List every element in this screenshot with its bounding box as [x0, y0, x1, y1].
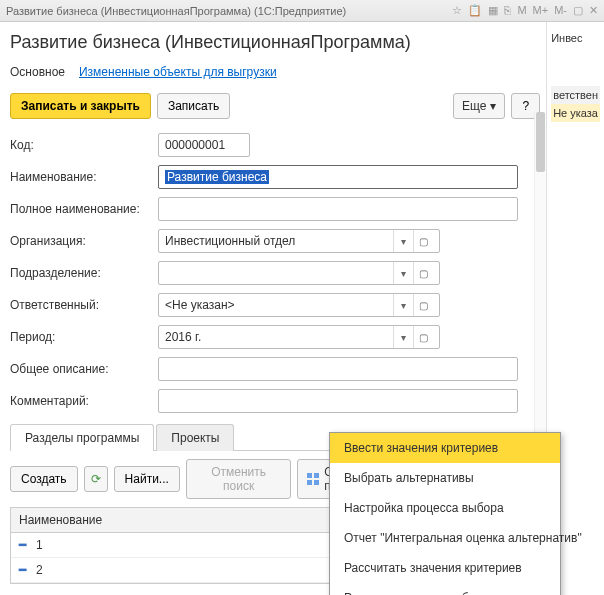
- more-button[interactable]: Еще▾: [453, 93, 505, 119]
- nav-changed[interactable]: Измененные объекты для выгрузки: [79, 65, 277, 79]
- code-label: Код:: [10, 138, 158, 152]
- resp-label: Ответственный:: [10, 298, 158, 312]
- popup-item-select-alt[interactable]: Выбрать альтернативы: [330, 463, 560, 493]
- star-icon[interactable]: ☆: [452, 4, 462, 17]
- grid-icon[interactable]: ▦: [488, 4, 498, 17]
- page-title: Развитие бизнеса (ИнвестиционнаяПрограмм…: [10, 32, 540, 53]
- fullname-input[interactable]: [158, 197, 518, 221]
- desc-input[interactable]: [158, 357, 518, 381]
- save-button[interactable]: Записать: [157, 93, 230, 119]
- comment-input[interactable]: [158, 389, 518, 413]
- create-button[interactable]: Создать: [10, 466, 78, 492]
- row-marker-icon: ━: [19, 563, 26, 577]
- save-and-close-button[interactable]: Записать и закрыть: [10, 93, 151, 119]
- comment-label: Комментарий:: [10, 394, 158, 408]
- dept-select[interactable]: ▾▢: [158, 261, 440, 285]
- period-label: Период:: [10, 330, 158, 344]
- name-label: Наименование:: [10, 170, 158, 184]
- name-input[interactable]: Развитие бизнеса: [158, 165, 518, 189]
- resp-select[interactable]: <Не указан> ▾▢: [158, 293, 440, 317]
- close-icon[interactable]: ✕: [589, 4, 598, 17]
- row-marker-icon: ━: [19, 538, 26, 552]
- popup-item-calc[interactable]: Рассчитать значения критериев: [330, 553, 560, 583]
- tab-projects[interactable]: Проекты: [156, 424, 234, 451]
- titlebar-text: Развитие бизнеса (ИнвестиционнаяПрограмм…: [6, 5, 346, 17]
- fullname-label: Полное наименование:: [10, 202, 158, 216]
- copy-icon[interactable]: ⎘: [504, 4, 511, 17]
- org-select[interactable]: Инвестиционный отдел ▾▢: [158, 229, 440, 253]
- svg-rect-0: [307, 473, 312, 478]
- cancel-search-button[interactable]: Отменить поиск: [186, 459, 291, 499]
- refresh-button[interactable]: ⟳: [84, 466, 108, 492]
- popup-item-restart[interactable]: Рестарт процесса выбора: [330, 583, 560, 595]
- chevron-down-icon: ▾: [490, 99, 496, 113]
- org-label: Организация:: [10, 234, 158, 248]
- svg-rect-3: [314, 480, 319, 485]
- chevron-down-icon[interactable]: ▾: [393, 326, 413, 348]
- popup-item-config[interactable]: Настройка процесса выбора: [330, 493, 560, 523]
- eval-popup-menu: Ввести значения критериев Выбрать альтер…: [329, 432, 561, 595]
- maximize-icon[interactable]: ▢: [573, 4, 583, 17]
- m-icon[interactable]: M: [517, 4, 526, 17]
- popup-item-report[interactable]: Отчет "Интегральная оценка альтернатив": [330, 523, 560, 553]
- refresh-icon: ⟳: [91, 472, 101, 486]
- scrollbar-thumb[interactable]: [536, 112, 545, 172]
- dept-label: Подразделение:: [10, 266, 158, 280]
- open-icon[interactable]: ▢: [413, 326, 433, 348]
- popup-item-enter-criteria[interactable]: Ввести значения критериев: [330, 433, 560, 463]
- chevron-down-icon[interactable]: ▾: [393, 294, 413, 316]
- command-bar: Записать и закрыть Записать Еще▾ ?: [10, 93, 540, 119]
- svg-rect-1: [314, 473, 319, 478]
- code-input[interactable]: 000000001: [158, 133, 250, 157]
- open-icon[interactable]: ▢: [413, 294, 433, 316]
- side-tab[interactable]: Инвес: [551, 32, 600, 46]
- tab-sections[interactable]: Разделы программы: [10, 424, 154, 451]
- svg-rect-2: [307, 480, 312, 485]
- open-icon[interactable]: ▢: [413, 230, 433, 252]
- mplus-icon[interactable]: M+: [533, 4, 549, 17]
- clipboard-icon[interactable]: 📋: [468, 4, 482, 17]
- window-titlebar: Развитие бизнеса (ИнвестиционнаяПрограмм…: [0, 0, 604, 22]
- open-icon[interactable]: ▢: [413, 262, 433, 284]
- desc-label: Общее описание:: [10, 362, 158, 376]
- side-row: ветствен: [551, 86, 600, 104]
- nav-bar: Основное Измененные объекты для выгрузки: [10, 65, 540, 79]
- mminus-icon[interactable]: M-: [554, 4, 567, 17]
- chevron-down-icon[interactable]: ▾: [393, 230, 413, 252]
- nav-main[interactable]: Основное: [10, 65, 65, 79]
- titlebar-tools: ☆ 📋 ▦ ⎘ M M+ M- ▢ ✕: [452, 4, 598, 17]
- period-select[interactable]: 2016 г. ▾▢: [158, 325, 440, 349]
- chevron-down-icon[interactable]: ▾: [393, 262, 413, 284]
- side-row: Не указа: [551, 104, 600, 122]
- eval-icon: [306, 472, 320, 486]
- find-button[interactable]: Найти...: [114, 466, 180, 492]
